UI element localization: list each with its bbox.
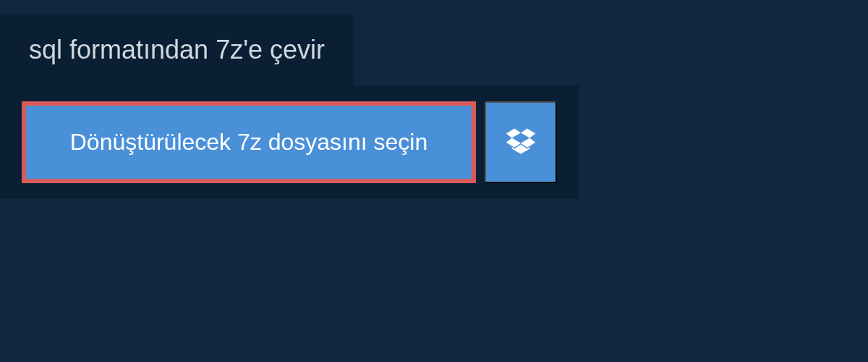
select-file-label: Dönüştürülecek 7z dosyasını seçin [70,129,427,156]
select-file-button[interactable]: Dönüştürülecek 7z dosyasını seçin [22,101,476,183]
dropbox-button[interactable] [485,101,557,183]
header-tab: sql formatından 7z'e çevir [0,14,354,85]
upload-panel: Dönüştürülecek 7z dosyasını seçin [0,85,579,199]
dropbox-icon [505,125,537,159]
button-row: Dönüştürülecek 7z dosyasını seçin [22,101,557,183]
page-title: sql formatından 7z'e çevir [29,35,325,65]
